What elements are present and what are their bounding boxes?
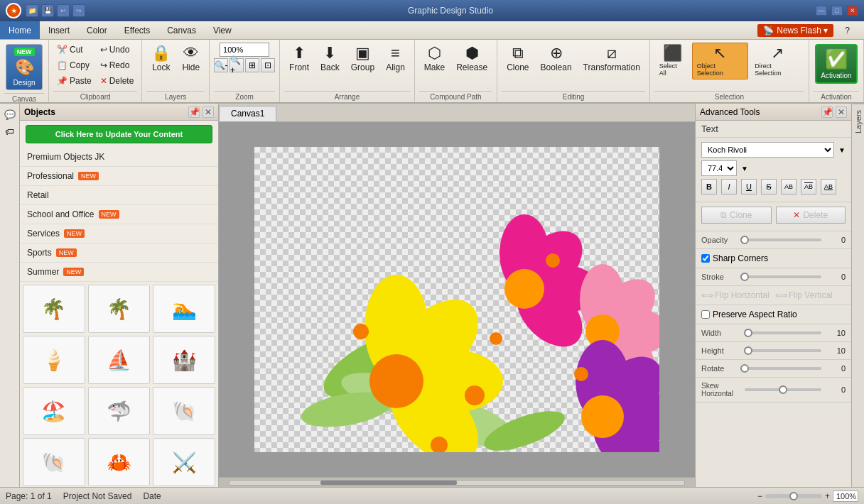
- thumb-island[interactable]: 🌴: [23, 285, 85, 333]
- delete-button[interactable]: ✕ Delete: [97, 74, 138, 88]
- update-content-button[interactable]: Click Here to Update Your Content: [26, 125, 212, 143]
- height-slider[interactable]: [745, 349, 821, 352]
- thumb-palm[interactable]: 🌴: [88, 285, 151, 333]
- canvas-viewport[interactable]: [219, 122, 695, 477]
- design-label: Design: [13, 79, 35, 87]
- canvas-tab-1[interactable]: Canvas1: [219, 106, 276, 121]
- underline-btn[interactable]: U: [741, 179, 757, 195]
- thumb-crab[interactable]: 🦀: [88, 438, 151, 486]
- help-btn[interactable]: ?: [836, 23, 858, 38]
- category-summer[interactable]: Summer NEW: [20, 263, 218, 282]
- stroke-slider[interactable]: [745, 275, 821, 278]
- align-button[interactable]: ≡ Align: [381, 43, 410, 75]
- pin-btn[interactable]: 📌: [188, 106, 200, 118]
- direct-selection-button[interactable]: ↗ Direct Selection: [750, 43, 804, 80]
- clone-action-btn[interactable]: ⧉ Clone: [701, 207, 772, 224]
- thumb-shell2[interactable]: 🐚: [23, 438, 85, 486]
- aspect-ratio-checkbox[interactable]: [701, 310, 710, 319]
- undo-button[interactable]: ↩ Undo: [97, 43, 138, 57]
- tb-icon-save[interactable]: 💾: [41, 4, 54, 17]
- status-zoom-plus[interactable]: +: [825, 491, 830, 501]
- flip-v-btn[interactable]: ⟺ Flip Vertical: [775, 290, 833, 300]
- thumb-shark[interactable]: 🦈: [88, 387, 151, 435]
- tool-tag[interactable]: 🏷: [2, 124, 18, 139]
- category-school[interactable]: School and Office NEW: [20, 205, 218, 224]
- menu-right: 📡 News Flash ▾ ?: [757, 23, 864, 38]
- group-button[interactable]: ▣ Group: [346, 43, 379, 75]
- zoom-input[interactable]: [220, 43, 269, 57]
- sharp-corners-checkbox[interactable]: [701, 254, 710, 263]
- style-ab1-btn[interactable]: AB: [781, 179, 796, 195]
- adv-pin-btn[interactable]: 📌: [821, 106, 833, 118]
- category-sports[interactable]: Sports NEW: [20, 243, 218, 263]
- thumb-sandcastle2[interactable]: 🏖️: [23, 387, 85, 435]
- front-button[interactable]: ⬆ Front: [284, 43, 314, 75]
- lock-button[interactable]: 🔒 Lock: [146, 43, 176, 75]
- width-slider[interactable]: [745, 332, 821, 334]
- close-button[interactable]: ✕: [847, 6, 858, 16]
- status-zoom-minus[interactable]: −: [757, 491, 762, 501]
- clone-ribbon-button[interactable]: ⧉ Clone: [502, 43, 534, 75]
- category-services[interactable]: Services NEW: [20, 224, 218, 243]
- tb-icon-redo[interactable]: ↪: [72, 4, 85, 17]
- zoom-in-btn[interactable]: 🔍+: [230, 58, 244, 72]
- rotate-slider[interactable]: [745, 367, 821, 370]
- category-premium[interactable]: Premium Objects JK: [20, 148, 218, 167]
- news-flash-btn[interactable]: 📡 News Flash ▾: [757, 24, 833, 37]
- menu-item-home[interactable]: Home: [0, 21, 40, 39]
- delete-action-btn[interactable]: ✕ Delete: [776, 207, 846, 224]
- italic-btn[interactable]: I: [721, 179, 737, 195]
- tb-icon-open[interactable]: 📁: [26, 4, 38, 17]
- font-selector[interactable]: Koch Rivoli: [701, 142, 834, 158]
- thumb-sword[interactable]: ⚔️: [153, 438, 215, 486]
- hide-button[interactable]: 👁 Hide: [177, 43, 205, 75]
- font-size-selector[interactable]: 77.4: [701, 160, 737, 176]
- activation-button[interactable]: ✅ Activation: [815, 44, 858, 84]
- opacity-slider[interactable]: [745, 239, 821, 241]
- front-icon: ⬆: [293, 45, 306, 61]
- category-professional[interactable]: Professional NEW: [20, 167, 218, 186]
- objects-close-btn[interactable]: ✕: [202, 106, 214, 118]
- back-button[interactable]: ⬇ Back: [315, 43, 345, 75]
- maximize-button[interactable]: □: [831, 6, 843, 16]
- menu-item-canvas[interactable]: Canvas: [158, 21, 205, 39]
- select-all-button[interactable]: ⬛ Select All: [654, 43, 691, 80]
- menu-item-insert[interactable]: Insert: [40, 21, 78, 39]
- thumb-shell[interactable]: 🐚: [153, 387, 215, 435]
- release-button[interactable]: ⬢ Release: [451, 43, 492, 75]
- zoom-out-btn[interactable]: 🔍-: [214, 58, 228, 72]
- bold-btn[interactable]: B: [701, 179, 717, 195]
- category-retail[interactable]: Retail: [20, 186, 218, 205]
- zoom-slider[interactable]: [765, 494, 822, 498]
- transformation-button[interactable]: ⧄ Transformation: [578, 43, 645, 75]
- menu-item-effects[interactable]: Effects: [116, 21, 158, 39]
- redo-button[interactable]: ↪ Redo: [97, 58, 138, 72]
- flip-h-btn[interactable]: ⟺ Flip Horizontal: [701, 290, 770, 300]
- paste-button[interactable]: 📌 Paste: [53, 74, 95, 88]
- tool-comment[interactable]: 💬: [2, 106, 18, 122]
- style-ab2-btn[interactable]: AB: [801, 179, 816, 195]
- menu-item-view[interactable]: View: [205, 21, 240, 39]
- thumb-sailboat[interactable]: ⛵: [88, 336, 151, 384]
- thumb-sandcastle[interactable]: 🏰: [153, 336, 215, 384]
- rotate-label: Rotate: [701, 364, 740, 373]
- adv-close-btn[interactable]: ✕: [836, 106, 847, 118]
- boolean-button[interactable]: ⊕ Boolean: [536, 43, 577, 75]
- copy-button[interactable]: 📋 Copy: [53, 58, 95, 72]
- strikethrough-btn[interactable]: S: [761, 179, 777, 195]
- style-ab3-btn[interactable]: AB: [821, 179, 836, 195]
- cut-button[interactable]: ✂️ Cut: [53, 43, 95, 57]
- tb-icon-undo[interactable]: ↩: [57, 4, 70, 17]
- thumb-pool[interactable]: 🏊: [153, 285, 215, 333]
- canvas-scrollbar-horizontal[interactable]: [219, 477, 695, 487]
- minimize-button[interactable]: —: [816, 6, 827, 16]
- menu-item-color[interactable]: Color: [78, 21, 116, 39]
- zoom-reset-btn[interactable]: ⊡: [261, 58, 275, 72]
- object-selection-button[interactable]: ↖ Object Selection: [692, 43, 748, 80]
- design-button[interactable]: NEW 🎨 Design: [6, 44, 43, 90]
- layers-tab[interactable]: Layers: [853, 104, 864, 139]
- make-button[interactable]: ⬡ Make: [419, 43, 450, 75]
- skew-h-slider[interactable]: [745, 388, 821, 391]
- zoom-fit-btn[interactable]: ⊞: [245, 58, 259, 72]
- thumb-icecream[interactable]: 🍦: [23, 336, 85, 384]
